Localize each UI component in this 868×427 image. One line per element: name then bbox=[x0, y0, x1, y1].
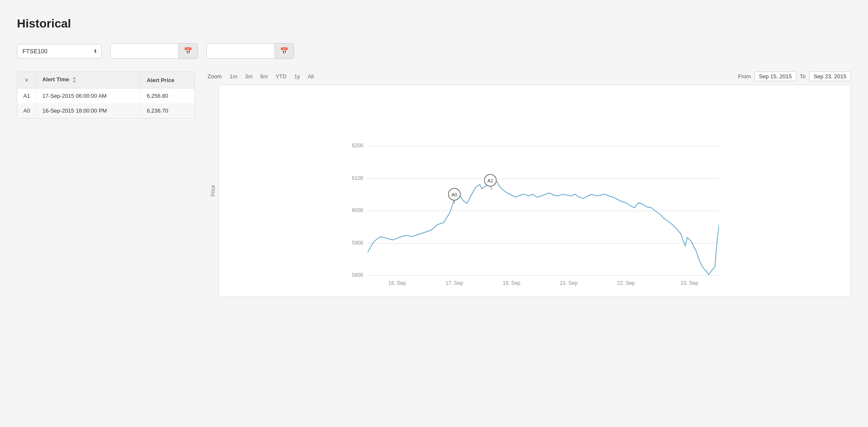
row-id: A1 bbox=[17, 88, 36, 104]
svg-text:5800: 5800 bbox=[352, 272, 363, 278]
zoom-1y-button[interactable]: 1y bbox=[291, 72, 303, 81]
from-calendar-button[interactable]: 📅 bbox=[178, 44, 197, 58]
to-label: To bbox=[800, 73, 806, 80]
row-price: 6,236.70 bbox=[141, 103, 194, 118]
to-date-display: Sep 23, 2015 bbox=[809, 72, 851, 81]
from-date-input[interactable]: 15-Sep-2015 bbox=[111, 44, 178, 58]
svg-text:22. Sep: 22. Sep bbox=[617, 280, 635, 286]
svg-text:6100: 6100 bbox=[352, 175, 363, 181]
page-title: Historical bbox=[17, 17, 851, 30]
date-range: From Sep 15, 2015 To Sep 23, 2015 bbox=[738, 72, 851, 81]
svg-text:6000: 6000 bbox=[352, 207, 363, 213]
zoom-1m-button[interactable]: 1m bbox=[227, 72, 240, 81]
zoom-controls: Zoom 1m 3m 6m YTD 1y All bbox=[208, 72, 317, 81]
svg-text:A1: A1 bbox=[488, 178, 493, 183]
row-time: 16-Sep-2015 18:00:00 PM bbox=[36, 103, 141, 118]
col-alert-price-header: Alert Price bbox=[141, 72, 194, 88]
row-price: 6,256.80 bbox=[141, 88, 194, 104]
chart-outer: Price 5800 5900 bbox=[208, 85, 851, 297]
svg-line-22 bbox=[491, 186, 492, 190]
zoom-ytd-button[interactable]: YTD bbox=[272, 72, 289, 81]
table-row[interactable]: A0 16-Sep-2015 18:00:00 PM 6,236.70 bbox=[17, 103, 194, 118]
chart-svg: 5800 5900 6000 6100 6200 16. Sep 17 bbox=[219, 89, 846, 292]
svg-text:6200: 6200 bbox=[352, 143, 363, 149]
zoom-label: Zoom bbox=[208, 73, 222, 80]
alerts-table: ∨ Alert Time ▲▼ Alert Price A1 17-Sep-20… bbox=[17, 72, 194, 118]
chart-controls: Zoom 1m 3m 6m YTD 1y All From Sep 15, 20… bbox=[208, 72, 851, 81]
chart-area: Zoom 1m 3m 6m YTD 1y All From Sep 15, 20… bbox=[208, 72, 851, 297]
svg-text:23. Sep: 23. Sep bbox=[681, 280, 699, 286]
instrument-select[interactable]: FTSE100 DAX S&P500 NASDAQ bbox=[17, 44, 102, 58]
svg-text:17. Sep: 17. Sep bbox=[446, 280, 463, 286]
col-alert-time-header[interactable]: Alert Time ▲▼ bbox=[36, 72, 141, 88]
svg-text:A0: A0 bbox=[452, 192, 457, 197]
from-date-display: Sep 15, 2015 bbox=[754, 72, 796, 81]
to-date-input[interactable]: 23-Sep-2015 bbox=[207, 44, 275, 58]
row-id: A0 bbox=[17, 103, 36, 118]
alerts-table-container: ∨ Alert Time ▲▼ Alert Price A1 17-Sep-20… bbox=[17, 72, 195, 118]
from-date-wrapper[interactable]: 15-Sep-2015 📅 bbox=[110, 43, 198, 59]
svg-text:18. Sep: 18. Sep bbox=[503, 280, 521, 286]
svg-rect-0 bbox=[368, 98, 719, 275]
controls-bar: FTSE100 DAX S&P500 NASDAQ 15-Sep-2015 📅 … bbox=[17, 43, 851, 59]
from-label: From bbox=[738, 73, 751, 80]
chart-wrapper: 5800 5900 6000 6100 6200 16. Sep 17 bbox=[219, 85, 851, 297]
collapse-icon: ∨ bbox=[25, 77, 28, 83]
row-time: 17-Sep-2015 06:00:00 AM bbox=[36, 88, 141, 104]
svg-text:16. Sep: 16. Sep bbox=[388, 280, 406, 286]
zoom-3m-button[interactable]: 3m bbox=[242, 72, 255, 81]
col-collapse-header[interactable]: ∨ bbox=[17, 72, 36, 88]
zoom-6m-button[interactable]: 6m bbox=[257, 72, 271, 81]
table-row[interactable]: A1 17-Sep-2015 06:00:00 AM 6,256.80 bbox=[17, 88, 194, 104]
sort-icon-time: ▲▼ bbox=[72, 76, 76, 84]
svg-text:21. Sep: 21. Sep bbox=[560, 280, 578, 286]
zoom-all-button[interactable]: All bbox=[305, 72, 316, 81]
svg-text:5900: 5900 bbox=[352, 240, 363, 246]
main-content: ∨ Alert Time ▲▼ Alert Price A1 17-Sep-20… bbox=[17, 72, 851, 297]
instrument-select-wrapper[interactable]: FTSE100 DAX S&P500 NASDAQ bbox=[17, 44, 102, 58]
to-calendar-button[interactable]: 📅 bbox=[275, 44, 294, 58]
to-date-wrapper[interactable]: 23-Sep-2015 📅 bbox=[206, 43, 294, 59]
y-axis-label: Price bbox=[208, 185, 219, 196]
